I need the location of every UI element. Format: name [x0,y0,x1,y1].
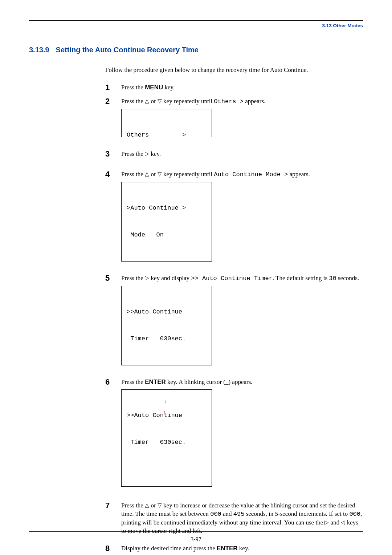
step-6: 6 Press the ENTER key. A blinking cursor… [105,378,363,499]
step-number: 2 [105,97,121,106]
text: and [221,510,233,517]
lcd-line-1: Others > [127,131,207,140]
text: or [149,98,158,105]
step-list: 1 Press the MENU key. 2 Press the △ or ▽… [105,83,363,555]
page-number: 3-97 [0,536,392,543]
code-text: 495 [233,511,245,518]
step-body: Display the desired time and press the E… [121,544,249,555]
text: Press the [121,378,145,385]
top-rule [29,20,363,21]
step-number: 3 [105,150,121,158]
text: or [149,502,158,509]
step-number: 8 [105,544,121,553]
step-body: Press the △ or ▽ key repeatedly until Au… [121,170,310,272]
step-number: 4 [105,170,121,179]
enter-key-label: ENTER [217,545,238,552]
code-text: Auto Continue Mode > [214,171,288,178]
lcd-display: >Auto Continue > Mode On [121,182,212,262]
text: key repeatedly until [162,98,214,105]
text: seconds, in 5-second increments. If set … [244,510,349,517]
text: appears. [288,171,310,178]
text: key. A blinking cursor (_) appears. [166,378,253,385]
step-number: 7 [105,501,121,510]
step-4: 4 Press the △ or ▽ key repeatedly until … [105,170,363,272]
menu-key-label: MENU [145,84,163,91]
code-text: 30 [329,275,336,282]
text: key. [238,545,249,552]
step-body: Press the ▷ key and display >> Auto Cont… [121,274,359,376]
triangle-up-icon: △ [145,98,149,104]
text: and [329,519,341,526]
step-5: 5 Press the ▷ key and display >> Auto Co… [105,274,363,376]
section-number: 3.13.9 [29,46,49,54]
lcd-line-1: >>Auto Continue [127,411,207,420]
step-number: 6 [105,378,121,386]
step-body: Press the MENU key. [121,83,175,95]
step-1: 1 Press the MENU key. [105,83,363,95]
lcd-line-2: Timer 030sec. [127,335,207,344]
code-text: 000 [210,511,221,518]
text: Press the [121,98,145,105]
text: Press the [121,275,145,281]
code-text: Others > [214,98,244,105]
text: key and display [149,275,191,281]
header-breadcrumb: 3.13 Other Modes [29,23,363,28]
lcd-line-2: Timer 030sec. [127,438,207,447]
lcd-line-1: >Auto Continue > [127,204,207,213]
lcd-display: Others > [121,109,212,137]
triangle-down-icon: ▽ [158,98,162,104]
text: key. [163,84,175,91]
lcd-line-1: >>Auto Continue [127,308,207,317]
section-heading: 3.13.9Setting the Auto Continue Recovery… [29,46,363,54]
step-number: 1 [105,83,121,92]
intro-paragraph: Follow the procedure given below to chan… [105,66,363,74]
step-body: Press the △ or ▽ key repeatedly until Ot… [121,97,265,147]
text: . The default setting is [273,275,329,281]
text: seconds. [336,275,359,281]
code-text: >> Auto Continue Timer [191,275,272,282]
triangle-down-icon: ▽ [158,503,162,508]
bottom-rule [29,531,363,532]
triangle-up-icon: △ [145,503,149,508]
text: appears. [244,98,265,105]
step-8: 8 Display the desired time and press the… [105,544,363,555]
lcd-line-2: Mode On [127,231,207,240]
step-number: 5 [105,274,121,283]
step-body: Press the ENTER key. A blinking cursor (… [121,378,253,499]
text: Display the desired time and press the [121,545,217,552]
triangle-left-icon: ◁ [341,520,345,525]
triangle-right-icon: ▷ [145,275,149,281]
lcd-line-2 [127,158,207,167]
lcd-display: >>Auto Continue Timer 030sec. [121,286,212,365]
section-title-text: Setting the Auto Continue Recovery Time [56,46,199,54]
page: 3.13 Other Modes 3.13.9Setting the Auto … [0,0,392,555]
text: Press the [121,502,145,509]
code-text: 000 [349,511,360,518]
enter-key-label: ENTER [145,378,166,385]
text: Press the [121,84,145,91]
lcd-display: >>Auto Continue Timer 030sec. ↓ ↑ [121,389,212,487]
triangle-right-icon: ▷ [324,520,329,525]
cursor-arrow-down-icon: ↓ [164,398,167,405]
step-2: 2 Press the △ or ▽ key repeatedly until … [105,97,363,147]
